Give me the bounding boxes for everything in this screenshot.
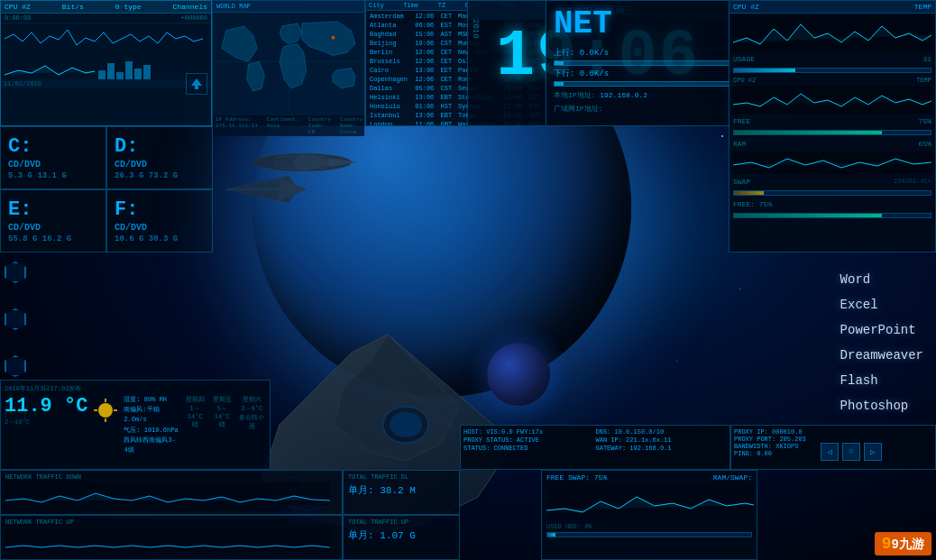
hex-icon-3[interactable] [5, 355, 26, 377]
svg-marker-33 [280, 44, 307, 88]
city-col1-header: City [369, 2, 384, 9]
worldmap-header: WORLD MAP [213, 1, 364, 13]
host-info-panel: HOST: VIS:0.0 FWY:17x DNS: 10.0.150.0/10… [460, 425, 730, 470]
net-panel: NET 上行: 0.0K/s 下行: 0.0K/s 本地IP地址: 192.16… [546, 0, 744, 126]
total-dl-label: TOTAL TRAFFIC DL [348, 473, 454, 481]
bitrate-label: Bit/s [62, 3, 84, 11]
drive-e-panel: E: CD/DVD 55.8 G 16.2 G [0, 189, 106, 252]
free-bar-container [730, 127, 935, 138]
shortcut-excel[interactable]: Excel [837, 296, 927, 314]
dns-label: DNS: 10.0.150.0/10 [596, 428, 728, 436]
free-header: FREE75% [730, 115, 935, 127]
used-hdd-label: USED HDD: 4% [546, 523, 752, 530]
weather-panel: 2019年11月3日17:02发布 11.9 °C 2～10°C 湿度: 80%… [0, 380, 271, 470]
system-monitor-header: CPU #Z Bit/s 0 type Channels [1, 1, 211, 14]
svg-rect-23 [134, 69, 142, 79]
free-bar [733, 130, 931, 135]
total-ul-value: 单月: 1.07 G [348, 528, 454, 542]
gateway-label: GATEWAY: 192.168.0.1 [596, 445, 728, 452]
hex-icon-2[interactable] [5, 308, 26, 330]
media-btn-1[interactable]: ◁ [821, 443, 839, 461]
drive-d-size: 26.3 G 73.2 G [115, 171, 205, 180]
system-right-header: CPU #Z TEMP [730, 1, 935, 14]
temp-range: 2～10°C [5, 418, 87, 427]
total-dl-panel: TOTAL TRAFFIC DL 单月: 38.2 M [343, 470, 460, 515]
value1: 0:00:00 [5, 14, 31, 22]
network-down-panel: NETWORK TRAFFIC DOWN [0, 470, 343, 515]
drive-f-size: 10.6 G 30.3 G [115, 234, 205, 243]
city-col2-header: Time [403, 2, 418, 9]
cpu2-graph-svg [732, 87, 932, 114]
arrow-icon [189, 77, 204, 91]
shortcut-dreamweaver[interactable]: Dreamweaver [837, 346, 927, 364]
app-shortcuts: Word Excel PowerPoint Dreamweaver Flash … [837, 271, 927, 415]
sample-rate-label: CPU #Z [5, 3, 31, 11]
svg-rect-44 [546, 483, 754, 519]
total-ul-panel: TOTAL TRAFFIC UP 单月: 1.07 G [343, 515, 460, 560]
svg-marker-6 [280, 179, 307, 200]
shortcut-word[interactable]: Word [837, 271, 927, 289]
watermark: 99九游 [875, 532, 931, 555]
ram-header: RAM65% [730, 138, 935, 150]
host-grid: HOST: VIS:0.0 FWY:17x DNS: 10.0.150.0/10… [463, 428, 727, 452]
nav-icon[interactable] [186, 73, 207, 95]
svg-rect-22 [125, 61, 133, 79]
svg-marker-35 [332, 68, 355, 88]
panel-date-info: 11/02/2010 [1, 79, 211, 88]
city-col3-header: TZ [438, 2, 445, 9]
svg-point-13 [390, 412, 422, 437]
drive-d-letter: D: [115, 135, 205, 158]
watermark-icon: 9 [882, 535, 892, 553]
drive-f-type: CD/DVD [115, 223, 205, 233]
cpu-usage-bar [733, 68, 931, 73]
current-temp: 11.9 °C [5, 395, 87, 418]
temp-section: CPU #2TEMP [730, 76, 935, 85]
drive-c-letter: C: [8, 135, 98, 158]
svg-marker-32 [280, 23, 302, 44]
drive-e-letter: E: [8, 198, 98, 221]
swap-header-row: FREE SWAP: 75% RAM/SWAP: [546, 473, 752, 482]
free2-bar [733, 213, 931, 218]
shortcut-powerpoint[interactable]: PowerPoint [837, 321, 927, 339]
clock-year: 2010 [471, 19, 480, 39]
drive-c-size: 5.3 G 13.1 G [8, 171, 98, 180]
net-upload-bar [554, 60, 736, 66]
world-map-svg [213, 13, 364, 111]
worldmap-title: WORLD MAP [216, 3, 251, 10]
status-label: STATUS: CONNECTED [463, 445, 595, 452]
system-right-panel: CPU #Z TEMP USAGE 31 CPU #2TEMP FREE75% [729, 0, 936, 252]
net-label: NET [546, 1, 743, 47]
local-ip-label: 本地IP地址: 192.168.0.2 [546, 88, 743, 102]
forecast-sat: 星期六 2～8°C 多云转小雨 [238, 395, 266, 431]
media-btn-3[interactable]: ▷ [864, 443, 882, 461]
cpu-value: 31 [922, 55, 931, 63]
shortcut-photoshop[interactable]: Photoshop [837, 397, 927, 415]
media-buttons: ◁ ○ ▷ [821, 443, 882, 461]
hex-icon-1[interactable] [5, 262, 26, 283]
svg-marker-30 [222, 26, 258, 62]
shortcut-flash[interactable]: Flash [837, 372, 927, 390]
ram-swap-label: RAM/SWAP: [713, 473, 752, 482]
svg-point-36 [331, 36, 335, 40]
wan-label: WAN IP: 221.1x.6x.11 [596, 436, 728, 444]
network-up-panel: NETWORK TRAFFIC UP [0, 515, 343, 560]
forecast-fri: 星期五 5～14°C 晴 [211, 395, 234, 429]
swap-section: SWAP 234281-41+ [730, 176, 935, 188]
cpu-graph-svg [732, 15, 932, 51]
forecast-thu: 星期四 1～14°C 晴 [184, 395, 206, 429]
drive-d-type: CD/DVD [115, 160, 205, 170]
swap-ram-panel: FREE SWAP: 75% RAM/SWAP: USED HDD: 4% [541, 470, 757, 560]
net-upload: 上行: 0.0K/s [546, 47, 743, 59]
cpu-header: CPU #Z [733, 3, 759, 11]
swap-bar [733, 190, 931, 196]
swap-details: 234281-41+ [894, 178, 931, 186]
free-swap-label: FREE SWAP: 75% [546, 473, 607, 482]
media-btn-2[interactable]: ○ [842, 443, 860, 461]
ram-graph-svg [732, 151, 932, 174]
cpu-graph [732, 15, 932, 51]
swap-bar-container [730, 188, 935, 198]
host-label: HOST: VIS:0.0 FWY:17x [463, 428, 595, 436]
drive-f-panel: F: CD/DVD 10.6 G 30.3 G [106, 189, 213, 252]
hdd-usage-bar [546, 532, 752, 537]
system-monitor-panel: CPU #Z Bit/s 0 type Channels 0:00:00 +00… [0, 0, 212, 126]
